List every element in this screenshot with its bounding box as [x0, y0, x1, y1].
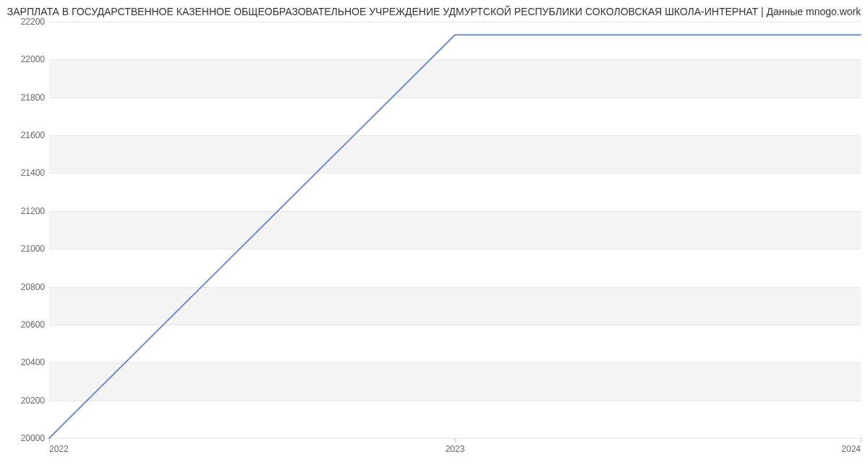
- y-tick-label: 20800: [4, 282, 45, 292]
- x-tick: [49, 438, 50, 443]
- salary-line-chart: ЗАРПЛАТА В ГОСУДАРСТВЕННОЕ КАЗЕННОЕ ОБЩЕ…: [0, 0, 868, 470]
- x-tick-label: 2024: [841, 444, 861, 454]
- y-tick-label: 21000: [4, 244, 45, 254]
- y-tick-label: 20400: [4, 357, 45, 367]
- y-tick-label: 22200: [4, 17, 45, 27]
- y-tick-label: 21200: [4, 206, 45, 216]
- x-tick: [455, 438, 456, 443]
- y-tick-label: 20000: [4, 433, 45, 443]
- y-tick-label: 20200: [4, 396, 45, 406]
- chart-title: ЗАРПЛАТА В ГОСУДАРСТВЕННОЕ КАЗЕННОЕ ОБЩЕ…: [0, 6, 868, 17]
- x-tick: [861, 438, 861, 443]
- y-tick-label: 21400: [4, 168, 45, 178]
- y-tick-label: 21800: [4, 93, 45, 103]
- y-tick-label: 21600: [4, 130, 45, 140]
- x-tick-label: 2022: [49, 444, 69, 454]
- y-tick-label: 20600: [4, 320, 45, 330]
- x-tick-label: 2023: [446, 444, 465, 454]
- plot-area: [49, 22, 861, 439]
- data-line: [49, 22, 861, 438]
- y-tick-label: 22000: [4, 54, 45, 64]
